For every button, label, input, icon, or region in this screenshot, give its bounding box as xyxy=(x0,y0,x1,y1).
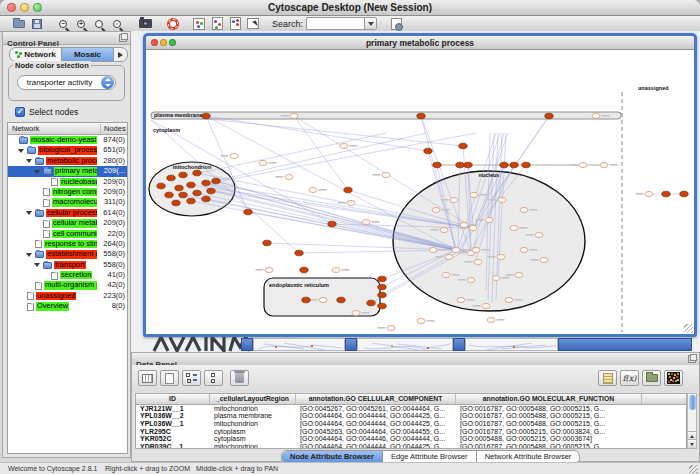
tree-row-establishment-of-lo[interactable]: establishment of lo558(0) xyxy=(8,249,127,259)
selected-graph-node[interactable] xyxy=(680,191,688,197)
graph-node[interactable] xyxy=(467,278,475,283)
tree-row-cellular-process[interactable]: cellular process614(0) xyxy=(8,208,127,218)
selected-graph-node[interactable] xyxy=(459,143,467,149)
table-cell[interactable]: plasma membrane xyxy=(210,412,296,420)
graph-node[interactable] xyxy=(470,193,478,198)
selected-graph-node[interactable] xyxy=(456,162,464,168)
graph-node[interactable] xyxy=(309,188,317,193)
graph-node[interactable] xyxy=(460,223,468,228)
graph-node[interactable] xyxy=(492,276,500,281)
graph-node[interactable] xyxy=(450,198,458,203)
disclosure-triangle-icon[interactable] xyxy=(34,263,40,267)
tree-row-response-to-stimulu[interactable]: response to stimulu264(0) xyxy=(8,239,127,249)
tab-overflow-arrow-icon[interactable] xyxy=(114,48,127,61)
selected-graph-node[interactable] xyxy=(179,172,187,178)
table-cell[interactable]: cytoplasm xyxy=(210,428,296,436)
attribute-editor-button[interactable] xyxy=(598,370,617,386)
disclosure-triangle-icon[interactable] xyxy=(26,211,32,215)
graph-node[interactable] xyxy=(285,175,293,180)
table-cell[interactable]: [GO:0044464, GO:0044444, GO:0044425, G..… xyxy=(296,443,456,449)
tree-row-primary-metabo[interactable]: primary metabo209(... xyxy=(8,166,127,176)
graph-node[interactable] xyxy=(265,268,273,273)
selected-graph-node[interactable] xyxy=(378,303,386,309)
selected-graph-node[interactable] xyxy=(207,188,215,194)
table-cell[interactable]: mitochondrion xyxy=(210,405,296,413)
zoom-selected-button[interactable] xyxy=(108,17,126,31)
selected-graph-node[interactable] xyxy=(337,297,345,303)
column-header[interactable]: _cellularLayoutRegion xyxy=(210,394,296,404)
disclosure-triangle-icon[interactable] xyxy=(18,149,24,153)
graph-node[interactable] xyxy=(387,326,395,331)
app-resize-grip[interactable] xyxy=(689,465,698,474)
selected-graph-node[interactable] xyxy=(187,198,195,204)
selected-graph-node[interactable] xyxy=(367,300,375,306)
selected-graph-node[interactable] xyxy=(202,113,210,119)
select-attributes-button[interactable] xyxy=(182,370,201,386)
selected-graph-node[interactable] xyxy=(175,185,183,191)
selected-graph-node[interactable] xyxy=(378,292,386,298)
graph-node[interactable] xyxy=(319,298,327,303)
graph-node[interactable] xyxy=(515,273,523,278)
tab-network[interactable]: Network xyxy=(10,48,62,61)
selected-graph-node[interactable] xyxy=(193,190,201,196)
table-cell[interactable]: YLR295C xyxy=(136,428,210,436)
scroll-down-icon[interactable] xyxy=(688,439,696,448)
selected-graph-node[interactable] xyxy=(187,182,195,188)
selected-graph-node[interactable] xyxy=(179,192,187,198)
open-session-button[interactable] xyxy=(10,17,28,31)
minimized-window-icon[interactable] xyxy=(453,338,465,351)
float-panel-icon[interactable] xyxy=(119,34,127,42)
tree-row-biological-process[interactable]: biological_process651(0) xyxy=(8,145,127,155)
minimized-window-thumbnail[interactable] xyxy=(357,338,453,351)
selected-graph-node[interactable] xyxy=(378,276,386,282)
table-cell[interactable]: [GO:0045263, GO:0044464, GO:0044455, G..… xyxy=(296,428,456,436)
graph-node[interactable] xyxy=(474,260,482,265)
selected-graph-node[interactable] xyxy=(378,284,386,290)
graph-node[interactable] xyxy=(520,248,528,253)
minimized-window-thumbnail[interactable] xyxy=(465,338,558,351)
formula-builder-button[interactable]: f(x) xyxy=(620,370,639,386)
window-titlebar[interactable]: Cytoscape Desktop (New Session) xyxy=(0,0,700,16)
table-cell[interactable]: [GO:0016787, GO:0005488, GO:0005215, G..… xyxy=(456,412,642,420)
tree-row-unassigned[interactable]: unassigned223(0) xyxy=(8,291,127,301)
graph-node[interactable] xyxy=(600,163,608,168)
selected-graph-node[interactable] xyxy=(167,175,175,181)
selected-graph-node[interactable] xyxy=(244,209,252,215)
minimized-window-thumbnail[interactable] xyxy=(253,338,345,351)
tree-row-cellular-metabo[interactable]: cellular metabo209(0) xyxy=(8,218,127,228)
graph-node[interactable] xyxy=(332,268,340,273)
table-row[interactable]: YLR295Ccytoplasm[GO:0045263, GO:0044464,… xyxy=(136,428,686,436)
import-attributes-button[interactable] xyxy=(642,370,661,386)
show-network-view-button[interactable] xyxy=(190,17,208,31)
tree-row-metabolic-process[interactable]: metabolic process280(0) xyxy=(8,156,127,166)
disclosure-triangle-icon[interactable] xyxy=(26,159,32,163)
selected-graph-node[interactable] xyxy=(662,191,670,197)
zoom-out-button[interactable] xyxy=(54,17,72,31)
graph-node[interactable] xyxy=(579,163,587,168)
selected-graph-node[interactable] xyxy=(302,297,310,303)
selected-graph-node[interactable] xyxy=(202,180,210,186)
table-cell[interactable]: YDR039C__1 xyxy=(136,443,210,449)
graph-node[interactable] xyxy=(472,248,480,253)
graph-node[interactable] xyxy=(259,161,267,166)
selected-graph-node[interactable] xyxy=(522,162,530,168)
save-session-button[interactable] xyxy=(28,17,46,31)
column-header[interactable]: annotation.GO MOLECULAR_FUNCTION xyxy=(456,394,642,404)
graph-node[interactable] xyxy=(340,144,348,149)
graph-node[interactable] xyxy=(520,208,528,213)
table-cell[interactable]: [GO:0045267, GO:0045261, GO:0044464, G..… xyxy=(296,405,456,413)
selected-graph-node[interactable] xyxy=(417,113,425,119)
graph-node[interactable] xyxy=(497,255,505,260)
table-cell[interactable]: [GO:0016787, GO:0005488, GO:0005215, G..… xyxy=(456,420,642,428)
graph-node[interactable] xyxy=(417,319,425,324)
graph-node[interactable] xyxy=(429,248,437,253)
selected-graph-node[interactable] xyxy=(193,170,201,176)
tree-row-cell-communicat[interactable]: cell communicat22(0) xyxy=(8,229,127,239)
window-resize-grip[interactable] xyxy=(684,324,693,333)
selected-graph-node[interactable] xyxy=(328,221,336,227)
table-cell[interactable]: YJR121W__1 xyxy=(136,405,210,413)
selected-graph-node[interactable] xyxy=(344,187,352,193)
help-button[interactable] xyxy=(164,17,182,31)
table-cell[interactable]: YKR052C xyxy=(136,435,210,443)
graph-node[interactable] xyxy=(510,226,518,231)
